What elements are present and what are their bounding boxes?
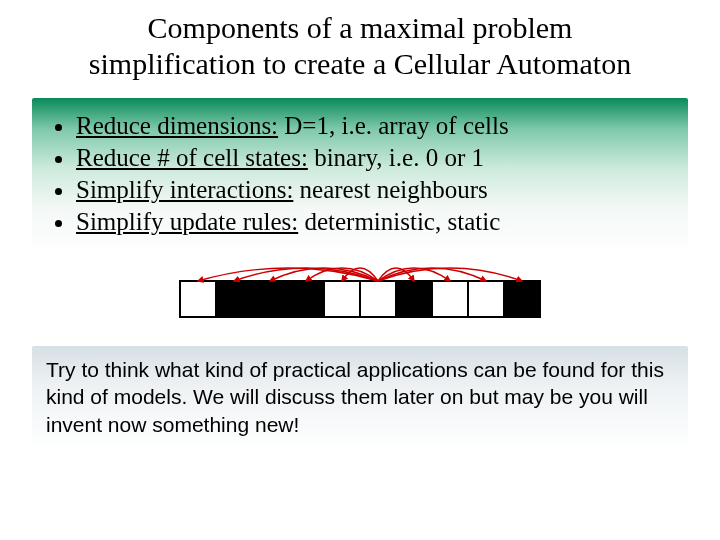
cell-4 — [287, 280, 325, 318]
footnote-text: Try to think what kind of practical appl… — [46, 358, 664, 436]
footnote-box: Try to think what kind of practical appl… — [32, 346, 688, 450]
bullet-2: Reduce # of cell states: binary, i.e. 0 … — [76, 144, 672, 172]
cell-9 — [467, 280, 505, 318]
bullet-4-label: Simplify update rules: — [76, 208, 298, 235]
slide-title: Components of a maximal problem simplifi… — [0, 0, 720, 94]
bullet-3: Simplify interactions: nearest neighbour… — [76, 176, 672, 204]
cell-3 — [251, 280, 289, 318]
cell-5 — [323, 280, 361, 318]
bullet-4-rest: deterministic, static — [298, 208, 500, 235]
cell-2 — [215, 280, 253, 318]
bullet-4: Simplify update rules: deterministic, st… — [76, 208, 672, 236]
bullet-3-label: Simplify interactions: — [76, 176, 293, 203]
title-line-1: Components of a maximal problem — [148, 11, 573, 44]
bullet-1: Reduce dimensions: D=1, i.e. array of ce… — [76, 112, 672, 140]
bullet-3-rest: nearest neighbours — [293, 176, 487, 203]
title-line-2: simplification to create a Cellular Auto… — [89, 47, 631, 80]
bullet-1-label: Reduce dimensions: — [76, 112, 278, 139]
bullet-1-rest: D=1, i.e. array of cells — [278, 112, 509, 139]
bullet-2-label: Reduce # of cell states: — [76, 144, 308, 171]
slide: Components of a maximal problem simplifi… — [0, 0, 720, 540]
cell-1 — [179, 280, 217, 318]
cell-6 — [359, 280, 397, 318]
bullet-list-box: Reduce dimensions: D=1, i.e. array of ce… — [32, 98, 688, 254]
cell-array — [0, 280, 720, 318]
cell-8 — [431, 280, 469, 318]
bullet-2-rest: binary, i.e. 0 or 1 — [308, 144, 484, 171]
cell-10 — [503, 280, 541, 318]
cell-7 — [395, 280, 433, 318]
